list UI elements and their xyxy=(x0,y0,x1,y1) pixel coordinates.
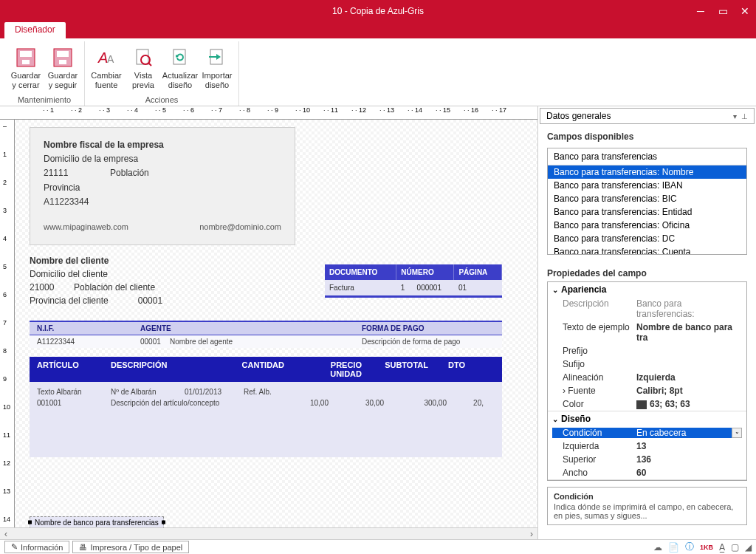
cloud-icon[interactable]: ☁ xyxy=(653,542,662,553)
group-mantenimiento-label: Mantenimiento xyxy=(18,94,71,106)
printer-icon: 🖶 xyxy=(79,543,87,552)
pin-icon[interactable]: ⊥ xyxy=(741,112,748,120)
change-font-button[interactable]: AA Cambiar fuente xyxy=(88,41,125,94)
font-icon: AA xyxy=(94,46,118,69)
help-box: Condición Indica dónde se imprimirá el c… xyxy=(547,487,747,525)
statusbar: ✎Información 🖶Impresora / Tipo de papel … xyxy=(0,539,756,554)
save-icon xyxy=(51,46,75,69)
chevron-down-icon[interactable]: ⌄ xyxy=(732,428,742,438)
square-icon[interactable]: ▢ xyxy=(731,542,739,553)
horizontal-ruler: document.write(Array.from({length:18},(_… xyxy=(0,106,537,120)
field-item[interactable]: Banco para transferencias: Cuenta xyxy=(548,245,746,254)
color-swatch xyxy=(636,400,647,409)
refresh-icon xyxy=(168,46,192,69)
svg-text:A: A xyxy=(107,53,114,65)
text-icon[interactable]: A̲ xyxy=(719,542,725,553)
field-item[interactable]: Banco para transferencias: Oficina xyxy=(548,219,746,232)
field-item[interactable]: Banco para transferencias: IBAN xyxy=(548,179,746,192)
prop-condicion[interactable]: CondiciónEn cabecera⌄ xyxy=(548,426,746,440)
scroll-right-icon[interactable]: › xyxy=(526,529,537,539)
svg-rect-5 xyxy=(59,60,66,64)
chevron-down-icon: ⌄ xyxy=(552,286,561,294)
note-icon[interactable]: 📄 xyxy=(668,542,679,553)
save-close-label: Guardar y cerrar xyxy=(9,71,43,89)
canvas-area: document.write(Array.from({length:18},(_… xyxy=(0,106,537,539)
company-name: Nombre fiscal de la empresa xyxy=(44,138,281,152)
save-close-button[interactable]: Guardar y cerrar xyxy=(7,41,44,94)
save-close-icon xyxy=(14,46,38,69)
nif-bar[interactable]: N.I.F. AGENTE FORMA DE PAGO A11223344 00… xyxy=(30,321,502,348)
field-group-box: Banco para transferencias Banco para tra… xyxy=(547,148,747,255)
save-continue-label: Guardar y seguir xyxy=(46,71,80,89)
ribbon: Guardar y cerrar Guardar y seguir Manten… xyxy=(0,38,756,106)
horizontal-scrollbar[interactable]: ‹ › xyxy=(0,527,537,539)
group-acciones-label: Acciones xyxy=(145,94,179,106)
kb-icon[interactable]: 1KB xyxy=(700,544,713,551)
items-grid[interactable]: ARTÍCULO DESCRIPCIÓN CANTIDAD PRECIO UNI… xyxy=(30,357,502,457)
company-box[interactable]: Nombre fiscal de la empresa Domicilio de… xyxy=(30,127,295,245)
field-group-name: Banco para transferencias xyxy=(548,148,746,165)
field-item[interactable]: Banco para transferencias: Entidad xyxy=(548,205,746,219)
refresh-design-button[interactable]: Actualizar diseño xyxy=(162,41,199,94)
import-design-button[interactable]: Importar diseño xyxy=(199,41,236,94)
maximize-icon[interactable]: ▭ xyxy=(712,0,734,22)
scroll-left-icon[interactable]: ‹ xyxy=(0,529,12,539)
save-continue-button[interactable]: Guardar y seguir xyxy=(44,41,81,94)
main-area: document.write(Array.from({length:18},(_… xyxy=(0,106,756,539)
close-icon[interactable]: ✕ xyxy=(734,0,756,22)
design-surface[interactable]: Nombre fiscal de la empresa Domicilio de… xyxy=(15,120,537,527)
window-title: 10 - Copia de Azul-Gris xyxy=(332,6,424,16)
svg-rect-1 xyxy=(20,51,32,57)
svg-rect-4 xyxy=(57,51,69,57)
client-box[interactable]: Nombre del cliente Domicilio del cliente… xyxy=(30,254,502,307)
chevron-down-icon: ⌄ xyxy=(552,415,561,423)
preview-icon xyxy=(131,46,155,69)
field-item[interactable]: Banco para transferencias: Nombre xyxy=(548,165,746,179)
doc-header: DOCUMENTO NÚMERO PÁGINA Factura 1 000001… xyxy=(325,264,502,298)
selected-field[interactable]: Nombre de banco para transferencias xyxy=(30,516,164,527)
titlebar: 10 - Copia de Azul-Gris ─ ▭ ✕ xyxy=(0,0,756,22)
company-email: nombre@dominio.com xyxy=(199,221,281,234)
chevron-right-icon[interactable]: › Fuente xyxy=(563,386,636,396)
window-controls: ─ ▭ ✕ xyxy=(690,0,756,22)
svg-line-10 xyxy=(148,63,151,66)
chevron-down-icon[interactable]: ▾ xyxy=(733,112,737,120)
ribbon-group-acciones: AA Cambiar fuente Vista previa Actualiza… xyxy=(85,41,239,106)
properties-grid: ⌄Apariencia DescripciónBanco para transf… xyxy=(547,281,747,481)
info-button[interactable]: ✎Información xyxy=(4,541,69,553)
triangle-icon[interactable]: ◢ xyxy=(745,542,752,553)
section-diseno[interactable]: ⌄Diseño xyxy=(548,411,746,426)
tab-row: Diseñador xyxy=(0,22,756,38)
import-icon xyxy=(205,46,229,69)
campos-title: Campos disponibles xyxy=(538,126,756,145)
info-icon: ✎ xyxy=(11,542,18,552)
company-web: www.mipaginaweb.com xyxy=(44,221,128,234)
field-list[interactable]: Banco para transferencias: Nombre Banco … xyxy=(548,165,746,254)
right-panel: Datos generales ▾ ⊥ Campos disponibles B… xyxy=(537,106,756,539)
minimize-icon[interactable]: ─ xyxy=(690,0,712,22)
preview-button[interactable]: Vista previa xyxy=(125,41,162,94)
field-item[interactable]: Banco para transferencias: DC xyxy=(548,232,746,245)
info-icon[interactable]: ⓘ xyxy=(685,541,694,553)
company-address: Domicilio de la empresa xyxy=(44,152,281,166)
props-title: Propiedades del campo xyxy=(538,262,756,281)
ribbon-group-mantenimiento: Guardar y cerrar Guardar y seguir Manten… xyxy=(4,41,85,106)
field-item[interactable]: Banco para transferencias: BIC xyxy=(548,192,746,205)
svg-rect-2 xyxy=(22,60,30,64)
status-icons: ☁ 📄 ⓘ 1KB A̲ ▢ ◢ xyxy=(653,541,752,553)
section-apariencia[interactable]: ⌄Apariencia xyxy=(548,282,746,297)
tab-designer[interactable]: Diseñador xyxy=(4,22,66,38)
panel-dropdown[interactable]: Datos generales ▾ ⊥ xyxy=(540,108,755,124)
vertical-ruler: document.write(Array.from({length:15},(_… xyxy=(0,120,15,527)
printer-button[interactable]: 🖶Impresora / Tipo de papel xyxy=(72,541,189,553)
